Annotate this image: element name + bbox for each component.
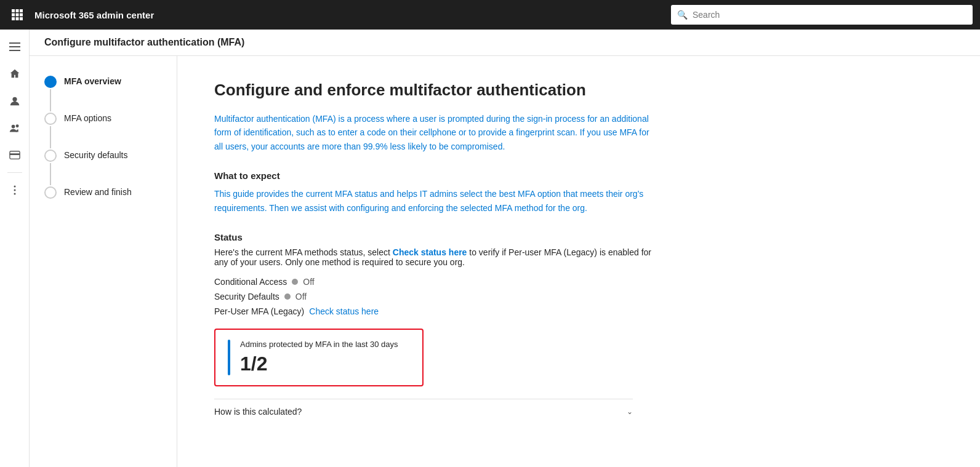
sidebar-separator bbox=[7, 172, 22, 173]
svg-point-12 bbox=[12, 97, 17, 102]
security-defaults-value: Off bbox=[295, 292, 307, 301]
what-to-expect-text: This guide provides the current MFA stat… bbox=[214, 187, 657, 215]
svg-rect-8 bbox=[20, 17, 23, 20]
wizard-step-line-3 bbox=[50, 163, 51, 185]
svg-rect-7 bbox=[16, 17, 19, 20]
status-desc: Here's the current MFA methods status, s… bbox=[214, 247, 657, 267]
svg-rect-10 bbox=[9, 46, 20, 47]
chevron-down-icon: ⌄ bbox=[627, 407, 633, 416]
svg-rect-9 bbox=[9, 42, 20, 44]
wizard-step-3[interactable]: Security defaults bbox=[44, 150, 162, 186]
svg-rect-2 bbox=[20, 9, 23, 12]
status-row-per-user-mfa: Per-User MFA (Legacy) Check status here bbox=[214, 306, 943, 316]
per-user-mfa-label: Per-User MFA (Legacy) bbox=[214, 306, 304, 316]
per-user-check-link[interactable]: Check status here bbox=[309, 306, 379, 316]
wizard-step-circle-4 bbox=[44, 186, 57, 199]
calculated-row[interactable]: How is this calculated? ⌄ bbox=[214, 399, 633, 424]
search-bar[interactable]: 🔍 bbox=[671, 5, 973, 25]
status-desc-plain: Here's the current MFA methods status, s… bbox=[214, 247, 393, 257]
conditional-access-label: Conditional Access bbox=[214, 277, 287, 287]
calculated-label: How is this calculated? bbox=[214, 407, 302, 417]
wizard-step-label-3: Security defaults bbox=[64, 150, 128, 160]
people-icon[interactable] bbox=[2, 116, 27, 140]
wizard-step-circle-3 bbox=[44, 150, 57, 162]
wizard-step-4[interactable]: Review and finish bbox=[44, 186, 162, 199]
mfa-card-label: Admins protected by MFA in the last 30 d… bbox=[240, 340, 398, 349]
main-description: Multifactor authentication (MFA) is a pr… bbox=[214, 112, 657, 153]
wizard-step-circle-2 bbox=[44, 113, 57, 125]
svg-rect-11 bbox=[9, 50, 20, 51]
sidebar-icons-panel bbox=[0, 30, 30, 467]
svg-rect-4 bbox=[16, 14, 19, 17]
home-icon[interactable] bbox=[2, 62, 27, 86]
svg-rect-3 bbox=[12, 14, 15, 17]
svg-rect-0 bbox=[12, 9, 15, 12]
status-row-conditional: Conditional Access Off bbox=[214, 277, 943, 287]
conditional-access-dot bbox=[292, 279, 298, 285]
svg-rect-5 bbox=[20, 14, 23, 17]
wizard-step-label-2: MFA options bbox=[64, 113, 111, 123]
wizard-step-line-2 bbox=[50, 126, 51, 148]
svg-point-18 bbox=[14, 190, 15, 191]
page-header: Configure multifactor authentication (MF… bbox=[30, 30, 980, 56]
wizard-step-line-1 bbox=[50, 89, 51, 111]
wizard-step-label-1: MFA overview bbox=[64, 76, 121, 86]
security-defaults-dot bbox=[284, 293, 291, 300]
wizard-sidebar: MFA overview MFA options Secur bbox=[30, 56, 177, 467]
svg-point-14 bbox=[15, 124, 18, 127]
mfa-admins-card: Admins protected by MFA in the last 30 d… bbox=[214, 329, 424, 386]
svg-point-19 bbox=[14, 193, 15, 195]
search-icon: 🔍 bbox=[677, 10, 688, 20]
svg-rect-1 bbox=[16, 9, 19, 12]
status-row-security-defaults: Security Defaults Off bbox=[214, 292, 943, 301]
svg-rect-6 bbox=[12, 17, 15, 20]
page-title: Configure multifactor authentication (MF… bbox=[44, 37, 244, 48]
hamburger-icon[interactable] bbox=[2, 34, 27, 59]
mfa-card-value: 1/2 bbox=[240, 353, 398, 375]
mfa-card-bar bbox=[228, 340, 230, 375]
wizard-step-circle-1 bbox=[44, 76, 57, 88]
user-icon[interactable] bbox=[2, 89, 27, 113]
main-title: Configure and enforce multifactor authen… bbox=[214, 81, 943, 100]
main-content-panel: Configure and enforce multifactor authen… bbox=[177, 56, 980, 467]
wizard-step-1[interactable]: MFA overview bbox=[44, 76, 162, 113]
waffle-icon[interactable] bbox=[7, 5, 27, 25]
svg-point-17 bbox=[14, 186, 15, 188]
svg-rect-16 bbox=[9, 153, 19, 155]
mfa-card-content: Admins protected by MFA in the last 30 d… bbox=[240, 340, 398, 375]
search-input[interactable] bbox=[693, 10, 966, 20]
security-defaults-label: Security Defaults bbox=[214, 292, 279, 301]
status-heading: Status bbox=[214, 232, 943, 242]
conditional-access-value: Off bbox=[303, 277, 314, 287]
wizard-step-2[interactable]: MFA options bbox=[44, 113, 162, 150]
what-to-expect-heading: What to expect bbox=[214, 170, 943, 181]
card-icon[interactable] bbox=[2, 143, 27, 167]
status-section: Status Here's the current MFA methods st… bbox=[214, 232, 943, 316]
wizard-step-label-4: Review and finish bbox=[64, 186, 132, 197]
app-title: Microsoft 365 admin center bbox=[34, 10, 664, 20]
svg-point-13 bbox=[11, 125, 15, 129]
more-icon[interactable] bbox=[2, 178, 27, 202]
check-status-link[interactable]: Check status here bbox=[393, 247, 467, 257]
